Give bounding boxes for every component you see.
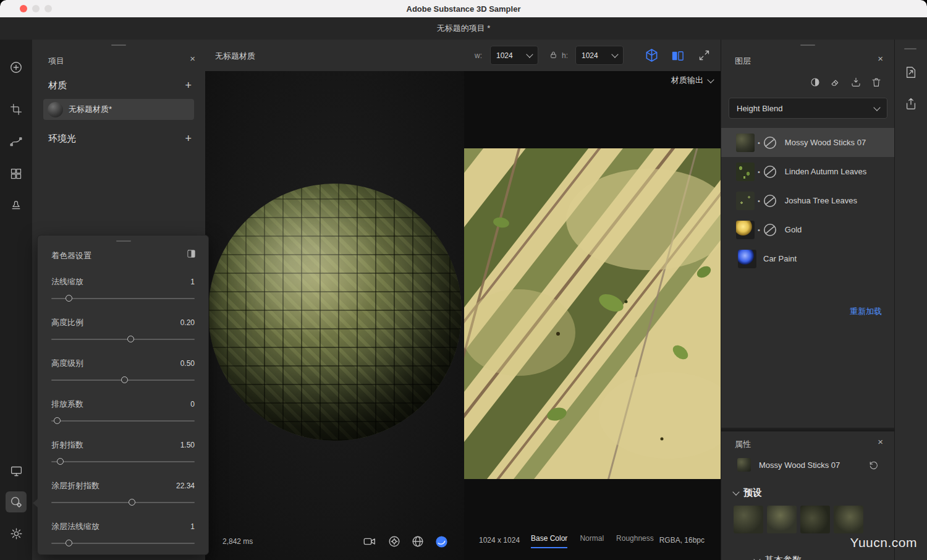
fullscreen-icon[interactable] bbox=[698, 49, 711, 62]
slider-track[interactable] bbox=[51, 502, 195, 503]
panel-drag-handle[interactable] bbox=[904, 48, 916, 49]
opacity-icon[interactable] bbox=[810, 77, 821, 88]
slider-thumb[interactable] bbox=[54, 417, 61, 424]
height-select[interactable]: 1024 bbox=[575, 46, 624, 65]
share-export-icon[interactable] bbox=[904, 97, 918, 111]
slider-track[interactable] bbox=[51, 420, 195, 422]
preset-thumbnail[interactable] bbox=[800, 506, 830, 533]
reset-icon[interactable] bbox=[868, 460, 879, 470]
panel-dock-icon[interactable] bbox=[187, 249, 196, 258]
add-material-icon[interactable]: + bbox=[185, 79, 192, 92]
slider-label: 法线缩放 bbox=[51, 276, 83, 287]
slider-thumb[interactable] bbox=[66, 295, 72, 302]
environment-section-label: 环境光 bbox=[48, 133, 76, 145]
tiling-tool-button[interactable] bbox=[6, 163, 27, 184]
crop-tool-button[interactable] bbox=[6, 99, 27, 120]
panel-drag-handle[interactable] bbox=[800, 45, 815, 46]
slider-thumb[interactable] bbox=[66, 540, 72, 546]
preset-thumbnail[interactable] bbox=[834, 506, 863, 533]
minimize-window-button[interactable] bbox=[32, 5, 40, 12]
slider-value[interactable]: 0.20 bbox=[180, 318, 195, 327]
viewport-2d[interactable]: 材质输出 bbox=[464, 71, 721, 560]
material-sphere-icon[interactable] bbox=[762, 193, 778, 209]
layers-toolbar bbox=[810, 77, 882, 88]
close-icon[interactable]: × bbox=[190, 53, 195, 64]
blend-mode-value: Height Blend bbox=[737, 104, 782, 113]
slider-value[interactable]: 22.34 bbox=[176, 482, 195, 490]
material-list-item[interactable]: 无标题材质* bbox=[43, 99, 194, 120]
slider-track[interactable] bbox=[51, 461, 195, 462]
slider-track[interactable] bbox=[51, 339, 195, 340]
slider-label: 涂层法线缩放 bbox=[51, 521, 99, 532]
add-environment-icon[interactable]: + bbox=[185, 132, 192, 145]
selected-layer-name: Mossy Wood Sticks 07 bbox=[759, 460, 868, 470]
material-sphere-icon[interactable] bbox=[762, 135, 778, 151]
slider-value[interactable]: 0.50 bbox=[180, 359, 195, 368]
presets-section-header[interactable]: 预设 bbox=[734, 487, 762, 499]
reload-link[interactable]: 重新加载 bbox=[850, 306, 882, 317]
eraser-icon[interactable] bbox=[830, 77, 841, 88]
layer-row[interactable]: Car Paint bbox=[721, 244, 895, 273]
material-output-dropdown[interactable]: 材质输出 bbox=[671, 75, 713, 86]
layer-link-dot: • bbox=[758, 168, 760, 176]
view-3d-toggle-icon[interactable] bbox=[644, 48, 659, 63]
trash-icon[interactable] bbox=[871, 77, 882, 88]
panel-drag-handle[interactable] bbox=[116, 240, 131, 242]
lock-ratio-icon[interactable] bbox=[549, 50, 558, 59]
render-settings-icon[interactable] bbox=[387, 535, 401, 548]
export-preset-icon[interactable] bbox=[904, 66, 918, 79]
curve-tool-button[interactable] bbox=[6, 131, 27, 152]
material-ball-toggle-icon[interactable] bbox=[434, 535, 449, 549]
channel-tabs: Base Color Normal Roughness bbox=[531, 534, 654, 548]
blend-mode-dropdown[interactable]: Height Blend bbox=[729, 98, 887, 119]
layer-row[interactable]: • Gold bbox=[721, 215, 895, 244]
slider-track[interactable] bbox=[51, 298, 195, 299]
close-window-button[interactable] bbox=[20, 5, 27, 12]
layer-row[interactable]: • Joshua Tree Leaves bbox=[721, 186, 895, 215]
slider-label: 折射指数 bbox=[51, 439, 83, 451]
tab-base-color[interactable]: Base Color bbox=[531, 534, 567, 548]
material-sphere-icon[interactable] bbox=[762, 222, 778, 238]
slider-thumb[interactable] bbox=[129, 499, 135, 506]
camera-icon[interactable] bbox=[363, 535, 376, 548]
layer-name: Linden Autumn Leaves bbox=[785, 167, 866, 176]
width-select[interactable]: 1024 bbox=[490, 46, 538, 65]
preset-thumbnail[interactable] bbox=[734, 506, 763, 533]
add-resource-button[interactable] bbox=[6, 57, 27, 78]
project-tab[interactable]: 无标题的项目 * bbox=[437, 23, 491, 34]
import-icon[interactable] bbox=[850, 77, 861, 88]
material-preview-sphere[interactable] bbox=[208, 184, 462, 441]
viewport-3d[interactable]: 2,842 ms bbox=[205, 71, 464, 560]
slider-thumb[interactable] bbox=[57, 458, 64, 465]
texture-preview-image[interactable] bbox=[464, 148, 721, 479]
titlebar: Adobe Substance 3D Sampler bbox=[0, 0, 927, 17]
tab-roughness[interactable]: Roughness bbox=[616, 534, 654, 548]
panel-drag-handle[interactable] bbox=[111, 45, 126, 46]
tab-normal[interactable]: Normal bbox=[580, 534, 604, 548]
zoom-window-button[interactable] bbox=[44, 5, 52, 12]
properties-panel-title: 属性 bbox=[735, 439, 751, 450]
slider-value[interactable]: 1 bbox=[190, 522, 195, 531]
basic-parameters-section-header[interactable]: 基本参数 bbox=[755, 554, 802, 560]
stamp-tool-button[interactable] bbox=[6, 194, 27, 215]
shader-settings-button[interactable] bbox=[6, 491, 27, 512]
layer-row[interactable]: • Mossy Wood Sticks 07 bbox=[721, 128, 895, 157]
slider-value[interactable]: 0 bbox=[190, 400, 195, 409]
split-view-toggle-icon[interactable] bbox=[671, 49, 685, 63]
slider-track[interactable] bbox=[51, 543, 195, 544]
viewport-display-settings-button[interactable] bbox=[6, 460, 27, 482]
environment-globe-icon[interactable] bbox=[411, 535, 425, 548]
shader-settings-panel: 着色器设置 法线缩放1 高度比例0.20 高度级别0.50 排放系数0 折射 bbox=[37, 235, 209, 555]
slider-value[interactable]: 1.50 bbox=[180, 441, 195, 449]
preferences-button[interactable] bbox=[6, 523, 27, 544]
height-value: 1024 bbox=[582, 51, 598, 60]
slider-thumb[interactable] bbox=[127, 336, 134, 342]
close-icon[interactable]: × bbox=[878, 436, 883, 447]
material-sphere-icon[interactable] bbox=[762, 164, 778, 180]
slider-track[interactable] bbox=[51, 380, 195, 381]
close-icon[interactable]: × bbox=[878, 53, 883, 64]
slider-thumb[interactable] bbox=[121, 376, 128, 383]
slider-value[interactable]: 1 bbox=[190, 278, 195, 286]
layer-row[interactable]: • Linden Autumn Leaves bbox=[721, 157, 895, 186]
preset-thumbnail[interactable] bbox=[767, 506, 797, 533]
